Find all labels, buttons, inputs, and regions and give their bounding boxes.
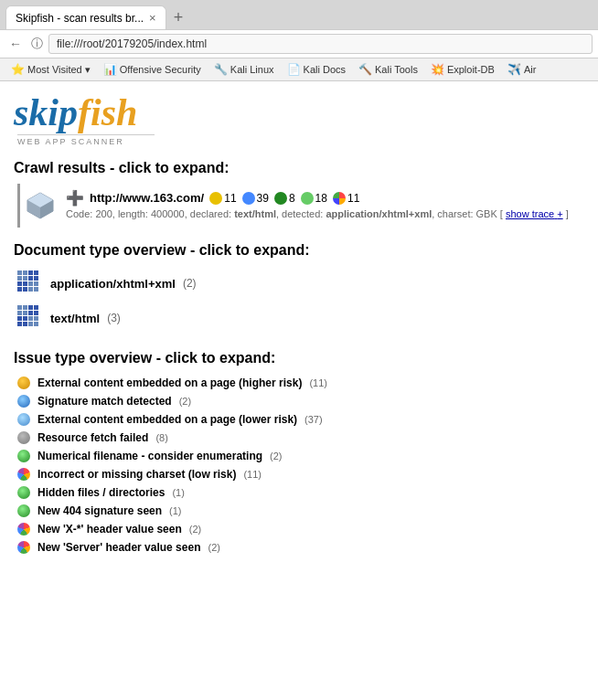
badge-green-circle	[274, 192, 287, 205]
doctype-count-0: (2)	[183, 277, 197, 290]
crawl-charset: GBK	[476, 208, 497, 219]
browser-chrome: Skipfish - scan results br... × + ← ⓘ	[0, 0, 598, 58]
doctype-count-1: (3)	[107, 312, 121, 324]
issue-label-3: Resource fetch failed	[37, 431, 148, 444]
badge-greenlight-circle	[301, 192, 314, 205]
tab-close-button[interactable]: ×	[149, 11, 156, 25]
badge-yellow-circle	[209, 192, 222, 205]
issue-count-2: (37)	[304, 414, 323, 425]
badge-multi-circle	[333, 192, 346, 205]
doctype-item-1: text/html (3)	[14, 301, 584, 335]
nav-bar: ← ⓘ	[0, 29, 598, 58]
issue-count-5: (11)	[243, 469, 262, 480]
crawl-url: http://www.163.com/	[90, 191, 204, 205]
bookmark-docs-icon: 📄	[287, 63, 301, 76]
issue-dot-1	[17, 395, 30, 408]
crawl-url-line: ➕ http://www.163.com/ 11 39 8	[66, 189, 581, 207]
issue-dot-4	[17, 450, 30, 462]
issue-item-2: External content embedded on a page (low…	[14, 410, 584, 429]
bookmark-exploit-icon: 💥	[431, 63, 444, 76]
back-button[interactable]: ←	[5, 35, 26, 53]
info-icon[interactable]: ⓘ	[31, 36, 43, 52]
bookmark-most-visited[interactable]: ⭐ Most Visited ▾	[5, 61, 96, 78]
skipfish-logo: skipfish web app scanner	[14, 90, 584, 146]
bookmark-kali-icon: 🔧	[214, 63, 228, 76]
issue-label-5: Incorrect or missing charset (low risk)	[37, 468, 236, 481]
issue-label-2: External content embedded on a page (low…	[37, 413, 297, 426]
active-tab[interactable]: Skipfish - scan results br... ×	[5, 5, 166, 29]
logo-fish: fish	[78, 90, 137, 134]
show-trace-link[interactable]: show trace +	[506, 208, 563, 219]
issue-count-1: (2)	[179, 396, 191, 407]
bookmark-air[interactable]: ✈️ Air	[502, 61, 541, 78]
bookmark-kali-tools[interactable]: 🔨 Kali Tools	[353, 61, 423, 78]
crawl-code: 200	[95, 208, 112, 219]
logo-text: skipfish	[14, 90, 584, 134]
bookmark-exploit-db[interactable]: 💥 Exploit-DB	[425, 61, 500, 78]
issue-section: Issue type overview - click to expand: E…	[14, 350, 584, 557]
issue-section-title[interactable]: Issue type overview - click to expand:	[14, 350, 584, 366]
tab-bar: Skipfish - scan results br... × +	[0, 0, 598, 29]
bookmark-tools-label: Kali Tools	[375, 64, 418, 75]
issue-label-4: Numerical filename - consider enumeratin…	[37, 450, 262, 462]
crawl-meta: Code: 200, length: 400000, declared: tex…	[66, 208, 581, 219]
bookmark-os-label: Offensive Security	[120, 64, 201, 75]
issue-item-1: Signature match detected (2)	[14, 392, 584, 410]
doctype-item-0: application/xhtml+xml (2)	[14, 266, 584, 301]
bookmark-kali-label: Kali Linux	[230, 64, 274, 75]
badge-multi-count: 11	[347, 192, 359, 205]
bookmark-air-label: Air	[524, 64, 536, 75]
issue-dot-3	[17, 431, 30, 444]
issue-dot-7	[17, 504, 30, 517]
issue-item-9: New 'Server' header value seen (2)	[14, 538, 584, 557]
badge-blue-count: 39	[257, 192, 269, 205]
crawl-length: 400000	[151, 208, 185, 219]
issue-count-3: (8)	[155, 432, 167, 443]
address-bar[interactable]	[48, 34, 593, 54]
bookmark-offensive-security[interactable]: 📊 Offensive Security	[98, 61, 207, 78]
bookmark-os-icon: 📊	[103, 63, 117, 76]
issue-label-7: New 404 signature seen	[37, 504, 162, 517]
bookmark-docs-label: Kali Docs	[304, 64, 346, 75]
issue-item-5: Incorrect or missing charset (low risk) …	[14, 465, 584, 483]
issue-label-9: New 'Server' header value seen	[37, 541, 200, 554]
issue-label-8: New 'X-*' header value seen	[37, 523, 182, 536]
issue-dot-6	[17, 486, 30, 499]
issue-count-9: (2)	[208, 542, 219, 553]
badge-multi: 11	[333, 192, 359, 205]
crawl-result-item[interactable]: ➕ http://www.163.com/ 11 39 8	[17, 184, 584, 228]
show-trace-text: show trace	[506, 208, 554, 219]
doctype-name-1: text/html	[50, 312, 100, 325]
crawl-section: Crawl results - click to expand: ➕ http:…	[14, 160, 584, 228]
page-content: skipfish web app scanner Crawl results -…	[0, 81, 598, 566]
bookmark-kali-docs[interactable]: 📄 Kali Docs	[282, 61, 351, 78]
issue-count-7: (1)	[169, 505, 181, 516]
issue-label-1: Signature match detected	[37, 395, 172, 408]
issue-dot-9	[17, 541, 30, 554]
issue-dot-5	[17, 468, 30, 481]
crawl-add-icon: ➕	[66, 189, 84, 207]
issue-item-7: New 404 signature seen (1)	[14, 502, 584, 520]
logo-subtitle: web app scanner	[17, 134, 155, 146]
doctype-section-title[interactable]: Document type overview - click to expand…	[14, 242, 584, 259]
issue-count-0: (11)	[309, 377, 327, 388]
badge-yellow: 11	[209, 192, 236, 205]
badge-green-dark: 8	[274, 192, 295, 205]
issue-item-6: Hidden files / directories (1)	[14, 483, 584, 502]
bookmark-star-icon: ⭐	[11, 63, 25, 76]
badge-blue-circle	[242, 192, 255, 205]
bookmark-exploit-label: Exploit-DB	[447, 64, 495, 75]
issue-count-8: (2)	[189, 524, 201, 535]
badge-greenlight-count: 18	[315, 192, 327, 205]
crawl-section-title[interactable]: Crawl results - click to expand:	[14, 160, 584, 176]
tab-title: Skipfish - scan results br...	[16, 12, 144, 25]
bookmark-kali-linux[interactable]: 🔧 Kali Linux	[208, 61, 280, 78]
issue-count-6: (1)	[172, 487, 184, 498]
doctype-name-0: application/xhtml+xml	[50, 277, 176, 291]
issue-item-3: Resource fetch failed (8)	[14, 429, 584, 447]
crawl-detected: application/xhtml+xml	[326, 208, 432, 219]
issue-label-0: External content embedded on a page (hig…	[37, 377, 302, 389]
issue-label-6: Hidden files / directories	[37, 486, 165, 499]
crawl-declared: text/html	[234, 208, 276, 219]
new-tab-button[interactable]: +	[166, 8, 191, 27]
